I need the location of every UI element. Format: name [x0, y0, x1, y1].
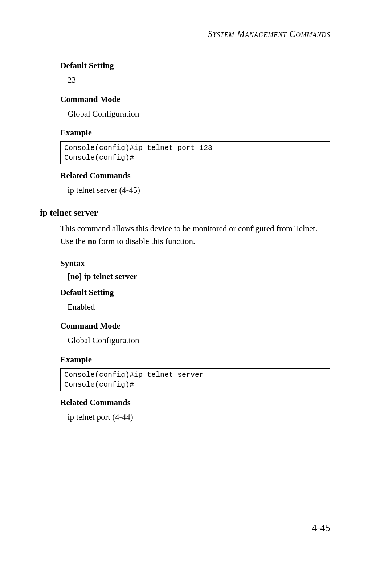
- syntax-no: no: [70, 272, 79, 281]
- content-area: Default Setting 23 Command Mode Global C…: [40, 61, 330, 423]
- command-mode-heading-1: Command Mode: [60, 95, 330, 104]
- default-setting-heading-1: Default Setting: [60, 61, 330, 70]
- command-mode-value-2: Global Configuration: [68, 334, 330, 347]
- default-setting-value-1: 23: [68, 74, 330, 87]
- desc-text-2: form to disable this function.: [97, 237, 195, 246]
- command-mode-value-1: Global Configuration: [68, 108, 330, 121]
- example-heading-1: Example: [60, 128, 330, 138]
- default-setting-heading-2: Default Setting: [60, 288, 330, 297]
- example-code-1: Console(config)#ip telnet port 123 Conso…: [60, 141, 330, 164]
- syntax-bracket-close: ]: [79, 272, 82, 281]
- command-description: This command allows this device to be mo…: [60, 222, 330, 248]
- related-commands-heading-1: Related Commands: [60, 171, 330, 180]
- command-mode-heading-2: Command Mode: [60, 321, 330, 331]
- page: System Management Commands Default Setti…: [0, 0, 392, 570]
- related-commands-value-2: ip telnet port (4-44): [68, 411, 330, 424]
- syntax-line: [no] ip telnet server: [68, 272, 330, 281]
- page-header: System Management Commands: [40, 29, 330, 39]
- desc-bold-no: no: [87, 237, 96, 246]
- command-title: ip telnet server: [40, 208, 330, 218]
- example-code-2: Console(config)#ip telnet server Console…: [60, 368, 330, 391]
- page-number: 4-45: [312, 522, 330, 534]
- syntax-heading: Syntax: [60, 259, 330, 268]
- syntax-bracket-open: [: [68, 272, 70, 281]
- syntax-command: ip telnet server: [82, 272, 138, 281]
- example-heading-2: Example: [60, 355, 330, 365]
- related-commands-value-1: ip telnet server (4-45): [68, 184, 330, 197]
- default-setting-value-2: Enabled: [68, 301, 330, 314]
- related-commands-heading-2: Related Commands: [60, 398, 330, 407]
